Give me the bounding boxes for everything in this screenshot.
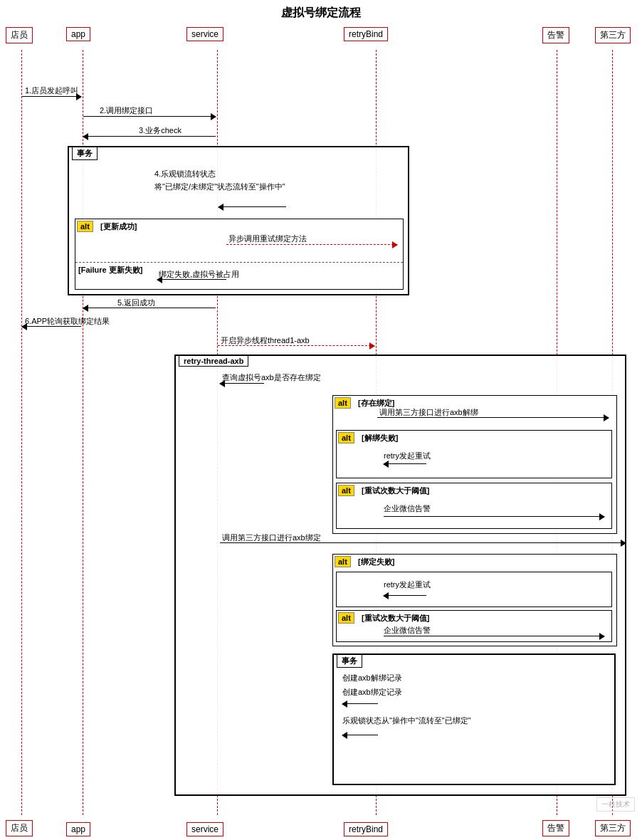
alt-frame-unbind-fail: alt [解绑失败] retry发起重试 xyxy=(336,430,612,478)
condition-failure: [Failure 更新失败] xyxy=(78,265,142,275)
retry-thread-frame: retry-thread-axb 查询虚拟号axb是否存在绑定 alt [存在绑… xyxy=(174,355,626,796)
label-bind-fail: 绑定失败,虚拟号被占用 xyxy=(159,269,239,280)
participant-diangyuan-bottom: 店员 xyxy=(6,820,33,836)
diagram-title: 虚拟号绑定流程 xyxy=(0,0,642,29)
participant-service-top: service xyxy=(186,27,223,41)
label-wechat-alert2: 企业微信告警 xyxy=(384,625,431,636)
frame-text-create1: 创建axb解绑记录 xyxy=(342,673,402,683)
participant-service-bottom: service xyxy=(186,822,223,836)
label-2: 2.调用绑定接口 xyxy=(100,105,153,116)
label-3: 3.业务check xyxy=(139,125,181,136)
frame-text-4: 4.乐观锁流转状态 xyxy=(154,169,216,179)
label-retry1: retry发起重试 xyxy=(384,451,431,461)
label-thread: 开启异步线程thread1-axb xyxy=(221,335,310,346)
label-1: 1.店员发起呼叫 xyxy=(25,85,78,96)
condition-unbind-fail: [解绑失败] xyxy=(362,433,398,443)
condition-threshold2: [重试次数大于阈值] xyxy=(362,613,429,624)
lifeline-diangyuan xyxy=(21,50,22,815)
arrow-retry2 xyxy=(384,595,426,596)
label-bind-third: 调用第三方接口进行axb绑定 xyxy=(222,532,321,543)
label-unbind: 调用第三方接口进行axb解绑 xyxy=(379,407,478,418)
arrow-wechat1 xyxy=(384,516,604,517)
retry-thread-label: retry-thread-axb xyxy=(179,355,248,367)
participant-gaojing-bottom: 告警 xyxy=(542,820,569,836)
transaction-label-2: 事务 xyxy=(337,654,362,668)
frame-text-optimistic: 乐观锁状态从"操作中"流转至"已绑定" xyxy=(342,715,471,726)
alt-tag-exist: alt xyxy=(335,397,351,409)
transaction-frame-1: 事务 4.乐观锁流转状态 将"已绑定/未绑定"状态流转至"操作中" alt [更… xyxy=(68,146,409,295)
label-query: 查询虚拟号axb是否存在绑定 xyxy=(222,372,321,383)
participant-disanfang-top: 第三方 xyxy=(595,27,631,43)
arrow-record xyxy=(342,703,378,704)
condition-update-success: [更新成功] xyxy=(100,221,137,232)
frame-text-create2: 创建axb绑定记录 xyxy=(342,687,402,698)
alt-frame-retry-threshold2: alt [重试次数大于阈值] 企业微信告警 xyxy=(336,610,612,642)
alt-frame-bind-fail: alt [绑定失败] retry发起重试 alt [重试次数大于阈值] 企业微信… xyxy=(332,554,617,646)
alt-tag-threshold1: alt xyxy=(338,485,354,496)
label-6: 6.APP轮询获取绑定结果 xyxy=(25,316,110,327)
arrow-async xyxy=(226,244,397,245)
alt-frame-update-success: alt [更新成功] 异步调用重试绑定方法 [Failure 更新失败] 绑定失… xyxy=(75,219,404,290)
arrow-2 xyxy=(83,116,216,117)
arrow-wechat2 xyxy=(384,636,604,636)
participant-retrybind-top: retryBind xyxy=(344,27,388,41)
alt-tag-threshold2: alt xyxy=(338,612,354,624)
participant-disanfang-bottom: 第三方 xyxy=(595,820,631,836)
transaction-frame-2: 事务 创建axb解绑记录 创建axb绑定记录 乐观锁状态从"操作中"流转至"已绑… xyxy=(332,653,616,785)
watermark: 一枝技术 xyxy=(596,797,635,812)
label-wechat-alert1: 企业微信告警 xyxy=(384,503,431,514)
condition-bind-fail: [绑定失败] xyxy=(358,557,394,567)
label-5: 5.返回成功 xyxy=(117,298,155,308)
alt-frame-exist-bind: alt [存在绑定] 调用第三方接口进行axb解绑 alt [解绑失败] ret… xyxy=(332,395,617,534)
arrow-4-return xyxy=(219,206,286,207)
alt-frame-bind-retry: retry发起重试 xyxy=(336,572,612,607)
transaction-label-1: 事务 xyxy=(72,147,98,160)
participant-gaojing-top: 告警 xyxy=(542,27,569,43)
arrow-1 xyxy=(22,96,81,97)
alt-frame-retry-threshold1: alt [重试次数大于阈值] 企业微信告警 xyxy=(336,483,612,529)
arrow-3 xyxy=(83,136,216,137)
arrow-query xyxy=(220,383,264,384)
participant-app-bottom: app xyxy=(66,822,90,836)
alt-tag-bind-fail: alt xyxy=(335,556,351,567)
label-retry2: retry发起重试 xyxy=(384,579,431,590)
condition-threshold1: [重试次数大于阈值] xyxy=(362,485,429,496)
alt-tag-1: alt xyxy=(77,221,93,232)
participant-diangyuan-top: 店员 xyxy=(6,27,33,43)
participant-app-top: app xyxy=(66,27,90,41)
participant-retrybind-bottom: retryBind xyxy=(344,822,388,836)
label-async: 异步调用重试绑定方法 xyxy=(228,233,307,244)
frame-divider-1 xyxy=(75,262,403,263)
alt-tag-unbind-fail: alt xyxy=(338,432,354,443)
frame-text-4b: 将"已绑定/未绑定"状态流转至"操作中" xyxy=(154,182,285,192)
arrow-optimistic xyxy=(342,735,378,735)
arrow-retry1 xyxy=(384,463,426,464)
diagram-container: 虚拟号绑定流程 店员 app service retryBind 告警 第三方 … xyxy=(0,0,642,840)
